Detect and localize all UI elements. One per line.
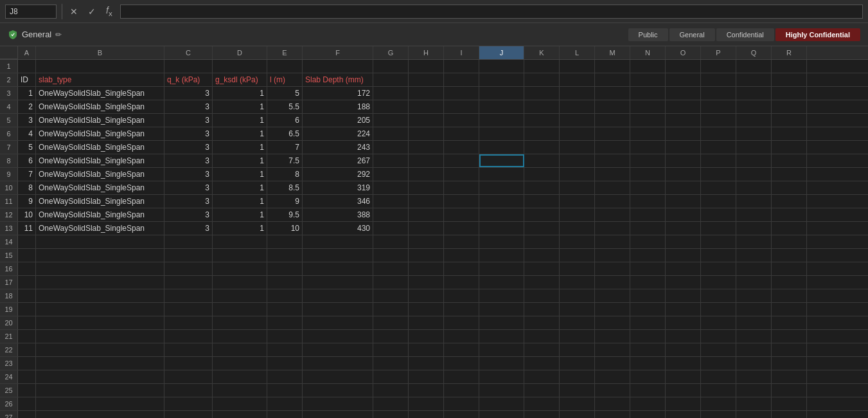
data-cell[interactable] — [303, 357, 373, 370]
data-cell[interactable] — [164, 235, 213, 248]
data-cell[interactable] — [409, 181, 444, 194]
data-cell[interactable] — [267, 303, 303, 316]
data-cell[interactable]: 1 — [18, 87, 36, 100]
data-cell[interactable] — [666, 262, 701, 275]
data-cell[interactable] — [772, 276, 807, 289]
data-cell[interactable]: 388 — [303, 208, 373, 221]
data-cell[interactable] — [736, 195, 772, 208]
data-cell[interactable]: 11 — [18, 222, 36, 235]
data-cell[interactable] — [772, 114, 807, 127]
data-cell[interactable] — [479, 100, 524, 113]
data-cell[interactable] — [630, 343, 666, 356]
data-cell[interactable] — [373, 411, 409, 418]
data-cell[interactable] — [701, 195, 736, 208]
data-cell[interactable] — [18, 397, 36, 410]
data-cell[interactable] — [736, 343, 772, 356]
data-cell[interactable] — [479, 127, 524, 140]
data-cell[interactable] — [213, 289, 267, 302]
data-cell[interactable] — [444, 289, 479, 302]
data-cell[interactable] — [560, 154, 595, 167]
data-cell[interactable] — [524, 384, 560, 397]
data-cell[interactable] — [267, 357, 303, 370]
data-cell[interactable]: OneWaySolidSlab_SingleSpan — [36, 154, 164, 167]
data-cell[interactable] — [303, 330, 373, 343]
data-cell[interactable] — [595, 114, 630, 127]
data-cell[interactable]: OneWaySolidSlab_SingleSpan — [36, 87, 164, 100]
data-cell[interactable] — [409, 222, 444, 235]
data-cell[interactable]: 3 — [164, 168, 213, 181]
data-cell[interactable]: 1 — [213, 127, 267, 140]
data-cell[interactable]: 205 — [303, 114, 373, 127]
data-cell[interactable] — [373, 60, 409, 73]
data-cell[interactable] — [736, 316, 772, 329]
data-cell[interactable] — [595, 235, 630, 248]
data-cell[interactable] — [303, 235, 373, 248]
data-cell[interactable] — [36, 357, 164, 370]
data-cell[interactable] — [373, 114, 409, 127]
data-cell[interactable] — [666, 316, 701, 329]
data-cell[interactable] — [630, 316, 666, 329]
data-cell[interactable] — [630, 127, 666, 140]
data-cell[interactable] — [409, 249, 444, 262]
edit-sheet-label-icon[interactable]: ✏ — [55, 30, 62, 39]
column-header-cell[interactable]: slab_type — [36, 73, 164, 86]
data-cell[interactable] — [213, 397, 267, 410]
data-cell[interactable]: 5.5 — [267, 100, 303, 113]
data-cell[interactable] — [373, 208, 409, 221]
data-cell[interactable] — [479, 370, 524, 383]
data-cell[interactable] — [479, 114, 524, 127]
data-cell[interactable] — [560, 222, 595, 235]
data-cell[interactable] — [409, 262, 444, 275]
data-cell[interactable] — [36, 289, 164, 302]
data-cell[interactable] — [18, 411, 36, 418]
data-cell[interactable] — [630, 397, 666, 410]
data-cell[interactable] — [303, 343, 373, 356]
data-cell[interactable]: OneWaySolidSlab_SingleSpan — [36, 181, 164, 194]
data-cell[interactable] — [373, 276, 409, 289]
data-cell[interactable]: 7 — [18, 168, 36, 181]
data-cell[interactable] — [666, 168, 701, 181]
data-cell[interactable] — [524, 222, 560, 235]
data-cell[interactable] — [267, 60, 303, 73]
data-cell[interactable] — [630, 87, 666, 100]
data-cell[interactable] — [666, 370, 701, 383]
data-cell[interactable] — [701, 316, 736, 329]
data-cell[interactable] — [409, 316, 444, 329]
data-cell[interactable]: 224 — [303, 127, 373, 140]
data-cell[interactable] — [213, 303, 267, 316]
data-cell[interactable] — [18, 235, 36, 248]
data-cell[interactable] — [164, 289, 213, 302]
data-cell[interactable] — [772, 397, 807, 410]
data-cell[interactable] — [164, 411, 213, 418]
data-cell[interactable] — [303, 384, 373, 397]
data-cell[interactable] — [701, 330, 736, 343]
data-cell[interactable] — [479, 141, 524, 154]
data-cell[interactable] — [630, 114, 666, 127]
data-cell[interactable] — [666, 60, 701, 73]
data-cell[interactable]: 3 — [164, 87, 213, 100]
data-cell[interactable] — [560, 370, 595, 383]
data-cell[interactable]: 1 — [213, 222, 267, 235]
data-cell[interactable] — [267, 411, 303, 418]
data-cell[interactable] — [595, 262, 630, 275]
data-cell[interactable] — [666, 181, 701, 194]
data-cell[interactable] — [444, 100, 479, 113]
data-cell[interactable] — [373, 195, 409, 208]
data-cell[interactable] — [409, 397, 444, 410]
data-cell[interactable] — [213, 262, 267, 275]
data-cell[interactable] — [630, 249, 666, 262]
data-cell[interactable] — [36, 370, 164, 383]
data-cell[interactable] — [479, 384, 524, 397]
data-cell[interactable] — [444, 262, 479, 275]
data-cell[interactable] — [736, 154, 772, 167]
data-cell[interactable] — [701, 249, 736, 262]
data-cell[interactable] — [164, 343, 213, 356]
data-cell[interactable] — [303, 411, 373, 418]
data-cell[interactable] — [630, 370, 666, 383]
data-cell[interactable] — [560, 100, 595, 113]
data-cell[interactable]: 3 — [164, 114, 213, 127]
data-cell[interactable] — [560, 87, 595, 100]
data-cell[interactable] — [479, 208, 524, 221]
data-cell[interactable] — [18, 384, 36, 397]
data-cell[interactable] — [18, 316, 36, 329]
